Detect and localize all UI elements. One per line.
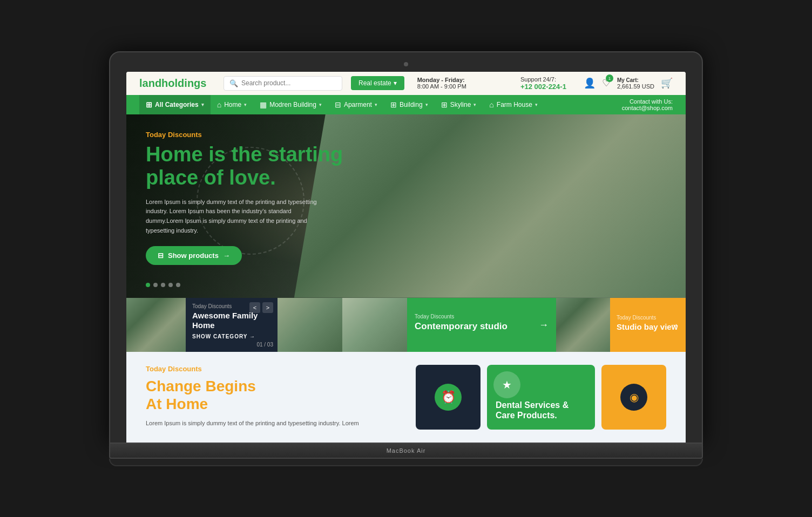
hero-discount-label: Today Discounts — [146, 131, 388, 139]
card-studio-bay-view[interactable]: Today Discounts Studio bay view → — [556, 298, 686, 352]
category-dropdown[interactable]: Real estate ▾ — [351, 76, 404, 90]
nav-label-building: Building — [400, 101, 423, 108]
promo-card-yellow[interactable]: ◉ — [601, 365, 666, 430]
hero-dot-4[interactable] — [168, 283, 173, 287]
cart-icon: 🛒 — [661, 78, 673, 89]
circle-icon-circle: ◉ — [620, 384, 647, 411]
card-contemporary-content: Today Discounts Contemporary studio — [407, 308, 556, 341]
change-description: Lorem Ipsum is simply dummy text of the … — [146, 419, 403, 428]
cart-amount: 2,661.59 USD — [617, 83, 654, 90]
laptop-base: MacBook Air — [109, 444, 703, 459]
chevron-down-icon: ▾ — [394, 79, 397, 87]
change-title-line1: Change Begins — [146, 377, 403, 396]
change-title-line2: At Home — [146, 395, 403, 413]
card-separator-image — [278, 298, 342, 352]
nav-label-farmhouse: Farm House — [497, 101, 532, 108]
card-prev-button[interactable]: < — [249, 302, 260, 313]
site-header: landholdings 🔍 Real estate ▾ Monday - Fr… — [126, 72, 686, 95]
clock-icon: ⏰ — [441, 390, 456, 404]
card2-arrow: → — [539, 319, 549, 330]
chevron-icon-building2: ▾ — [425, 102, 428, 107]
building-icon: ⊞ — [390, 100, 397, 109]
laptop-camera — [404, 62, 408, 66]
nav-item-farmhouse[interactable]: ⌂ Farm House ▾ — [483, 95, 544, 114]
nav-item-all-categories[interactable]: ⊞ All Categories ▾ — [139, 95, 211, 114]
hero-content: Today Discounts Home is the starting pla… — [126, 114, 407, 282]
farmhouse-nav-icon: ⌂ — [489, 100, 493, 109]
hero-title: Home is the starting place of love. — [146, 143, 388, 190]
nav-label-all-categories: All Categories — [155, 101, 199, 108]
laptop-model-label: MacBook Air — [387, 447, 426, 454]
card2-title: Contemporary studio — [415, 321, 549, 332]
hero-dot-3[interactable] — [161, 283, 165, 287]
card-contemporary-studio[interactable]: Today Discounts Contemporary studio → — [342, 298, 556, 352]
show-products-icon: ⊟ — [158, 251, 164, 260]
card-contemporary-image — [342, 298, 407, 352]
contact-email: contact@shop.com — [622, 105, 673, 111]
schedule-hours: 8:00 AM - 9:00 PM — [417, 83, 466, 90]
card-family-home-image — [126, 298, 186, 352]
show-products-label: Show products — [168, 251, 219, 260]
skyline-nav-icon: ⊞ — [441, 100, 448, 109]
dropdown-label: Real estate — [358, 79, 391, 87]
support-label: Support 24/7: — [520, 76, 566, 83]
clock-icon-circle: ⏰ — [435, 384, 462, 411]
header-icons: 👤 ♡ 1 My Cart: 2,661.59 USD 🛒 — [584, 77, 673, 90]
bottom-left: Today Discounts Change Begins At Home Lo… — [146, 365, 403, 430]
wishlist-icon-wrapper[interactable]: ♡ 1 — [602, 77, 611, 89]
account-icon: 👤 — [584, 78, 596, 89]
star-icon: ★ — [502, 378, 512, 391]
hero-dot-1[interactable] — [146, 283, 150, 287]
star-icon-circle: ★ — [493, 371, 520, 398]
nav-item-home[interactable]: ⌂ Home ▾ — [211, 95, 253, 114]
nav-label-skyline: Skyline — [450, 101, 471, 108]
change-title: Change Begins At Home — [146, 377, 403, 413]
schedule-label: Monday - Friday: — [417, 77, 466, 83]
site-nav: ⊞ All Categories ▾ ⌂ Home ▾ ▦ Modren Bui… — [126, 95, 686, 114]
nav-contact: Contact with Us: contact@shop.com — [622, 95, 673, 114]
card-next-button[interactable]: > — [262, 302, 273, 313]
home-nav-icon: ⌂ — [217, 100, 221, 109]
cart-icon-wrapper[interactable]: 🛒 — [661, 77, 673, 89]
chevron-icon-farmhouse: ▾ — [535, 102, 538, 107]
prev-icon: < — [253, 304, 256, 311]
nav-item-skyline[interactable]: ⊞ Skyline ▾ — [435, 95, 483, 114]
card1-link[interactable]: SHOW CATEGORY → — [192, 334, 271, 339]
bottom-section: Today Discounts Change Begins At Home Lo… — [126, 352, 686, 443]
chevron-icon-skyline: ▾ — [473, 102, 476, 107]
circle-icon: ◉ — [630, 391, 639, 404]
account-icon-wrapper[interactable]: 👤 — [584, 77, 596, 89]
promo-card-clock[interactable]: ⏰ — [416, 365, 481, 430]
hero-dot-2[interactable] — [153, 283, 158, 287]
nav-label-apartment: Aparment — [344, 101, 372, 108]
hero-section: Today Discounts Home is the starting pla… — [126, 114, 686, 298]
search-input[interactable] — [241, 79, 336, 87]
laptop-foot — [109, 459, 703, 466]
card-nav-buttons: < > — [249, 302, 273, 313]
grid-icon: ⊞ — [146, 100, 152, 109]
hero-dots — [146, 283, 180, 287]
chevron-icon-apartment: ▾ — [375, 102, 377, 107]
search-bar[interactable]: 🔍 — [224, 76, 342, 91]
card2-tag: Today Discounts — [415, 314, 549, 319]
hero-dot-5[interactable] — [176, 283, 180, 287]
promo-card-dental-title: Dental Services & Care Products. — [496, 400, 586, 420]
card-counter: 01 / 03 — [256, 342, 273, 348]
apartment-nav-icon: ⊟ — [335, 100, 341, 109]
bottom-cards: ⏰ ★ Dental Services & Care Products. ◉ — [416, 365, 666, 430]
promo-card-dental[interactable]: ★ Dental Services & Care Products. — [487, 365, 595, 430]
laptop-wrapper: landholdings 🔍 Real estate ▾ Monday - Fr… — [109, 51, 703, 466]
nav-item-building[interactable]: ⊞ Building ▾ — [384, 95, 435, 114]
hero-title-line1: Home is the starting — [146, 143, 343, 166]
wishlist-badge: 1 — [606, 74, 613, 82]
nav-item-modren-building[interactable]: ▦ Modren Building ▾ — [253, 95, 328, 114]
building-nav-icon: ▦ — [260, 100, 267, 109]
card1-title: Awesome Family Home — [192, 311, 271, 330]
nav-item-apartment[interactable]: ⊟ Aparment ▾ — [328, 95, 384, 114]
chevron-icon: ▾ — [201, 102, 204, 107]
laptop-screen-outer: landholdings 🔍 Real estate ▾ Monday - Fr… — [109, 51, 703, 444]
hero-title-line2: place of love. — [146, 166, 276, 189]
show-products-button[interactable]: ⊟ Show products → — [146, 246, 242, 265]
arrow-icon: → — [223, 251, 230, 260]
cart-label: My Cart: — [617, 77, 654, 83]
